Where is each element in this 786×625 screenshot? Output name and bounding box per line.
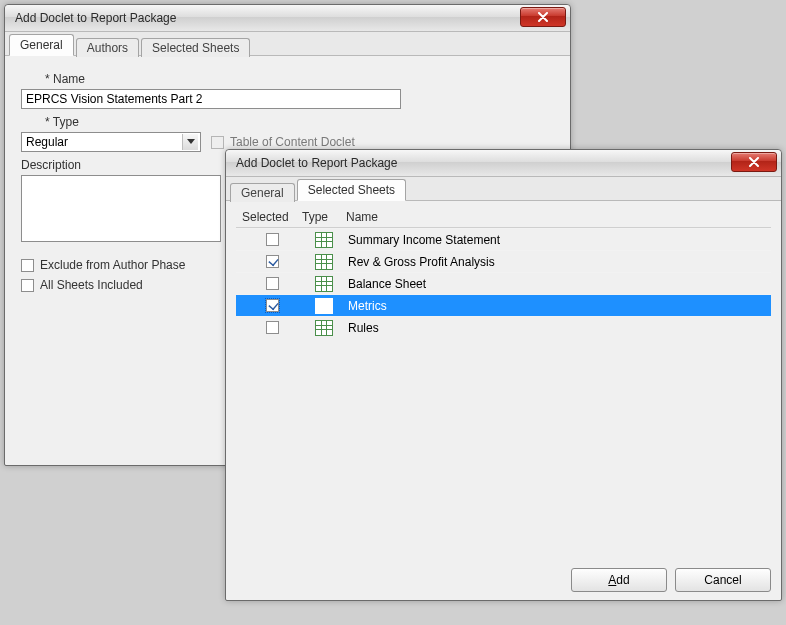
row-select-checkbox[interactable] [266,233,279,246]
worksheet-icon [315,232,333,248]
close-button[interactable] [520,7,566,27]
name-label: * Name [45,72,554,86]
type-value: Regular [26,135,68,149]
tab-general[interactable]: General [9,34,74,56]
close-icon [537,12,549,22]
chevron-down-icon [182,134,198,150]
worksheet-icon [315,320,333,336]
cancel-button[interactable]: Cancel [675,568,771,592]
row-name: Rules [346,321,771,335]
exclude-label: Exclude from Author Phase [40,258,185,272]
table-row[interactable]: Rev & Gross Profit Analysis [236,250,771,272]
add-doclet-dialog-sheets: Add Doclet to Report Package General Sel… [225,149,782,601]
toc-checkbox [211,136,224,149]
worksheet-icon [315,276,333,292]
titlebar[interactable]: Add Doclet to Report Package [226,150,781,177]
row-select-checkbox[interactable] [266,321,279,334]
toc-label: Table of Content Doclet [230,135,355,149]
exclude-checkbox[interactable] [21,259,34,272]
all-sheets-checkbox[interactable] [21,279,34,292]
worksheet-icon [315,254,333,270]
table-row[interactable]: Metrics [236,294,771,316]
all-sheets-label: All Sheets Included [40,278,143,292]
close-button[interactable] [731,152,777,172]
table-header: Selected Type Name [236,207,771,228]
row-select-checkbox[interactable] [266,277,279,290]
dialog-title: Add Doclet to Report Package [15,11,176,25]
row-name: Metrics [346,299,771,313]
row-name: Rev & Gross Profit Analysis [346,255,771,269]
row-select-checkbox[interactable] [266,299,279,312]
col-type[interactable]: Type [302,210,346,224]
tab-strip: General Selected Sheets [226,177,781,201]
row-name: Balance Sheet [346,277,771,291]
worksheet-icon [315,298,333,314]
dialog-title: Add Doclet to Report Package [236,156,397,170]
name-input[interactable] [21,89,401,109]
col-name[interactable]: Name [346,210,771,224]
row-select-checkbox[interactable] [266,255,279,268]
description-input[interactable] [21,175,221,242]
table-row[interactable]: Rules [236,316,771,338]
close-icon [748,157,760,167]
add-button[interactable]: Add [571,568,667,592]
table-row[interactable]: Balance Sheet [236,272,771,294]
tab-selected-sheets[interactable]: Selected Sheets [297,179,406,201]
row-name: Summary Income Statement [346,233,771,247]
sheets-panel: Selected Type Name Summary Income Statem… [226,201,781,348]
titlebar[interactable]: Add Doclet to Report Package [5,5,570,32]
dialog-footer: Add Cancel [571,568,771,592]
type-combo[interactable]: Regular [21,132,201,152]
tab-general[interactable]: General [230,183,295,202]
type-label: * Type [45,115,554,129]
tab-authors[interactable]: Authors [76,38,139,57]
table-row[interactable]: Summary Income Statement [236,228,771,250]
tab-selected-sheets[interactable]: Selected Sheets [141,38,250,57]
tab-strip: General Authors Selected Sheets [5,32,570,56]
col-selected[interactable]: Selected [236,210,302,224]
table-body: Summary Income StatementRev & Gross Prof… [236,228,771,338]
